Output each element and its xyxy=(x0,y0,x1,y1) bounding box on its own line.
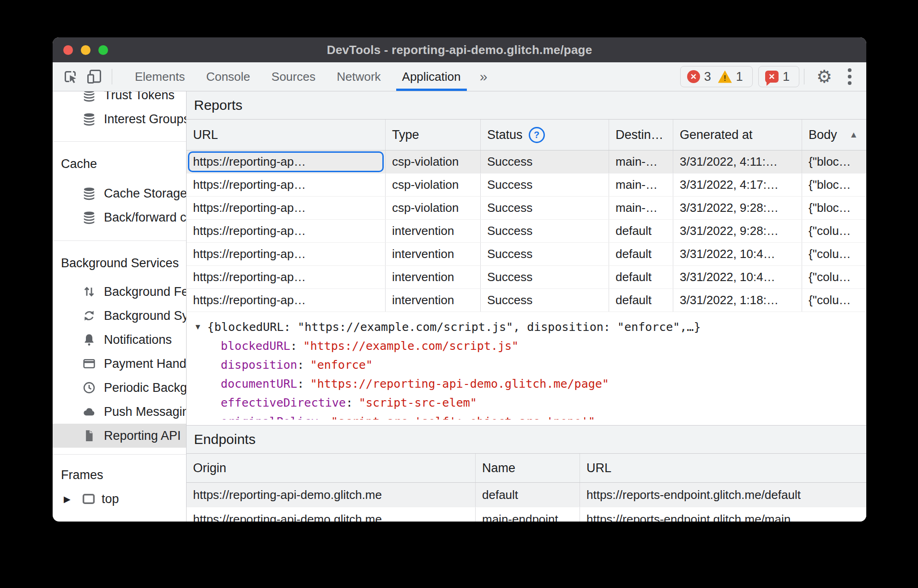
report-generated-cell[interactable]: 3/31/2022, 4:17:… xyxy=(673,174,802,196)
endpoint-origin-cell[interactable]: https://reporting-api-demo.glitch.me xyxy=(187,507,476,522)
json-field: disposition:"enforce" xyxy=(194,355,866,374)
issues-badge[interactable]: ✕ 1 xyxy=(758,66,799,87)
column-header-status[interactable]: Status? xyxy=(481,120,609,150)
tab-elements[interactable]: Elements xyxy=(124,62,195,91)
sidebar-item-interest-groups[interactable]: Interest Groups xyxy=(53,107,186,131)
report-body-cell[interactable]: {"bloc… xyxy=(802,150,866,173)
report-status-cell[interactable]: Success xyxy=(481,150,609,173)
report-type-cell[interactable]: intervention xyxy=(386,266,481,288)
device-toolbar-icon[interactable] xyxy=(82,62,106,91)
sidebar-item-back-forward-cache[interactable]: Back/forward cache xyxy=(53,205,186,229)
sidebar-item-reporting-api[interactable]: Reporting API xyxy=(53,424,186,448)
status-help-icon[interactable]: ? xyxy=(529,127,545,143)
report-status-cell[interactable]: Success xyxy=(481,289,609,312)
column-header-type[interactable]: Type xyxy=(386,120,481,150)
endpoint-row[interactable]: https://reporting-api-demo.glitch.me mai… xyxy=(187,507,866,522)
report-destination-cell[interactable]: default xyxy=(609,289,673,312)
sidebar-section-cache: Cache xyxy=(53,152,186,176)
report-url-cell[interactable]: https://reporting-ap… xyxy=(187,220,386,242)
report-destination-cell[interactable]: default xyxy=(609,243,673,265)
report-destination-cell[interactable]: default xyxy=(609,220,673,242)
sidebar-item-cache-storage[interactable]: Cache Storage xyxy=(53,181,186,205)
report-generated-cell[interactable]: 3/31/2022, 9:28:… xyxy=(673,220,802,242)
report-body-cell[interactable]: {"colu… xyxy=(802,243,866,265)
column-header-generated-at[interactable]: Generated at xyxy=(673,120,802,150)
report-body-cell[interactable]: {"bloc… xyxy=(802,174,866,196)
report-type-cell[interactable]: intervention xyxy=(386,220,481,242)
column-header-name[interactable]: Name xyxy=(476,454,580,482)
collapse-triangle-icon[interactable]: ▼ xyxy=(194,323,202,332)
report-generated-cell[interactable]: 3/31/2022, 4:11:… xyxy=(673,150,802,173)
report-status-cell[interactable]: Success xyxy=(481,266,609,288)
settings-gear-icon[interactable]: ⚙ xyxy=(809,66,839,87)
column-header-body[interactable]: Body▲ xyxy=(802,120,866,150)
endpoint-row[interactable]: https://reporting-api-demo.glitch.me def… xyxy=(187,483,866,507)
endpoint-name-cell[interactable]: default xyxy=(476,483,580,507)
report-status-cell[interactable]: Success xyxy=(481,243,609,265)
column-header-url[interactable]: URL xyxy=(187,120,386,150)
report-row[interactable]: https://reporting-ap… intervention Succe… xyxy=(187,243,866,266)
expand-arrow-icon[interactable]: ▶ xyxy=(64,494,76,504)
inspect-element-icon[interactable] xyxy=(58,62,82,91)
report-type-cell[interactable]: csp-violation xyxy=(386,197,481,219)
report-url-cell[interactable]: https://reporting-ap… xyxy=(187,174,386,196)
sidebar-item-payment-handler[interactable]: Payment Handler xyxy=(53,352,186,376)
tab-network[interactable]: Network xyxy=(326,62,391,91)
report-type-cell[interactable]: intervention xyxy=(386,243,481,265)
tab-console[interactable]: Console xyxy=(195,62,260,91)
report-row[interactable]: https://reporting-ap… intervention Succe… xyxy=(187,266,866,289)
close-window-button[interactable] xyxy=(63,45,73,55)
report-row[interactable]: https://reporting-ap… csp-violation Succ… xyxy=(187,174,866,197)
report-type-cell[interactable]: intervention xyxy=(386,289,481,312)
tab-application[interactable]: Application xyxy=(392,62,471,91)
sidebar-item-background-sync[interactable]: Background Sync xyxy=(53,304,186,328)
kebab-menu-icon[interactable] xyxy=(839,68,860,85)
endpoint-name-cell[interactable]: main-endpoint xyxy=(476,507,580,522)
report-type-cell[interactable]: csp-violation xyxy=(386,174,481,196)
report-url-cell[interactable]: https://reporting-ap… xyxy=(187,150,386,173)
tab-sources[interactable]: Sources xyxy=(261,62,326,91)
report-row[interactable]: https://reporting-ap… intervention Succe… xyxy=(187,289,866,312)
column-header-origin[interactable]: Origin xyxy=(187,454,476,482)
panel-tabs: Elements Console Sources Network Applica… xyxy=(124,62,495,91)
report-status-cell[interactable]: Success xyxy=(481,174,609,196)
report-destination-cell[interactable]: main-… xyxy=(609,197,673,219)
report-destination-cell[interactable]: main-… xyxy=(609,174,673,196)
report-row[interactable]: https://reporting-ap… csp-violation Succ… xyxy=(187,197,866,220)
report-body-cell[interactable]: {"bloc… xyxy=(802,197,866,219)
column-header-destination[interactable]: Destin… xyxy=(609,120,673,150)
sidebar-item-periodic-background-sync[interactable]: Periodic Background xyxy=(53,376,186,400)
sidebar-item-trust-tokens[interactable]: Trust Tokens xyxy=(53,91,186,107)
endpoint-url-cell[interactable]: https://reports-endpoint.glitch.me/defau… xyxy=(580,483,866,507)
report-url-cell[interactable]: https://reporting-ap… xyxy=(187,197,386,219)
report-generated-cell[interactable]: 3/31/2022, 10:4… xyxy=(673,266,802,288)
report-status-cell[interactable]: Success xyxy=(481,197,609,219)
zoom-window-button[interactable] xyxy=(98,45,108,55)
report-url-cell[interactable]: https://reporting-ap… xyxy=(187,266,386,288)
minimize-window-button[interactable] xyxy=(81,45,91,55)
report-status-cell[interactable]: Success xyxy=(481,220,609,242)
sidebar-item-push-messaging[interactable]: Push Messaging xyxy=(53,400,186,424)
report-type-cell[interactable]: csp-violation xyxy=(386,150,481,173)
endpoint-origin-cell[interactable]: https://reporting-api-demo.glitch.me xyxy=(187,483,476,507)
console-errors-warnings-badge[interactable]: ✕ 3 ! 1 xyxy=(680,66,753,87)
report-generated-cell[interactable]: 3/31/2022, 10:4… xyxy=(673,243,802,265)
sidebar-item-notifications[interactable]: Notifications xyxy=(53,328,186,352)
more-tabs-chevron[interactable]: » xyxy=(471,62,496,91)
column-header-endpoint-url[interactable]: URL xyxy=(580,454,866,482)
sidebar-item-label: Payment Handler xyxy=(104,357,187,371)
report-destination-cell[interactable]: default xyxy=(609,266,673,288)
report-url-cell[interactable]: https://reporting-ap… xyxy=(187,243,386,265)
report-destination-cell[interactable]: main-… xyxy=(609,150,673,173)
endpoint-url-cell[interactable]: https://reports-endpoint.glitch.me/main xyxy=(580,507,866,522)
sidebar-item-top-frame[interactable]: ▶ top xyxy=(53,487,186,511)
report-row[interactable]: https://reporting-ap… csp-violation Succ… xyxy=(187,150,866,174)
sidebar-item-background-fetch[interactable]: Background Fetch xyxy=(53,280,186,304)
report-body-cell[interactable]: {"colu… xyxy=(802,266,866,288)
report-row[interactable]: https://reporting-ap… intervention Succe… xyxy=(187,220,866,243)
report-body-cell[interactable]: {"colu… xyxy=(802,289,866,312)
report-body-cell[interactable]: {"colu… xyxy=(802,220,866,242)
report-generated-cell[interactable]: 3/31/2022, 1:18:… xyxy=(673,289,802,312)
report-url-cell[interactable]: https://reporting-ap… xyxy=(187,289,386,312)
report-generated-cell[interactable]: 3/31/2022, 9:28:… xyxy=(673,197,802,219)
